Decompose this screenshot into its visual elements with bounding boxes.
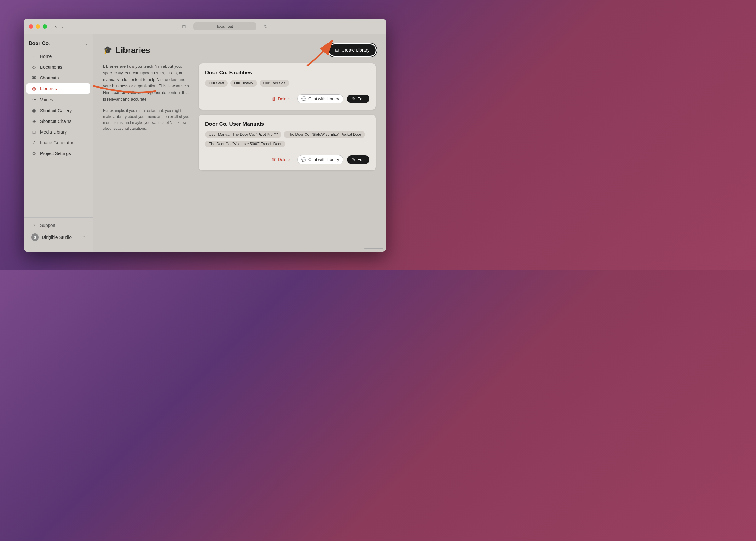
page-title: Libraries bbox=[116, 45, 150, 55]
image-generator-icon: ∕ bbox=[31, 140, 37, 145]
documents-icon: ◇ bbox=[31, 65, 37, 70]
chat-facilities-label: Chat with Library bbox=[308, 96, 339, 101]
workspace-expand-icon: ⌃ bbox=[82, 235, 85, 240]
voices-icon: 〜 bbox=[31, 97, 37, 102]
sidebar: Door Co. ⌄ ⌂ Home ◇ Documents ⌘ Shortcut… bbox=[24, 34, 93, 252]
edit-icon: ✎ bbox=[352, 96, 356, 101]
sidebar-item-home[interactable]: ⌂ Home bbox=[26, 51, 90, 61]
traffic-lights bbox=[29, 24, 47, 29]
edit-user-manuals-label: Edit bbox=[358, 157, 364, 162]
sidebar-item-project-settings[interactable]: ⚙ Project Settings bbox=[26, 148, 90, 159]
delete-icon: 🗑 bbox=[272, 96, 276, 101]
main-description: Libraries are how you teach Nim about yo… bbox=[103, 63, 191, 103]
chat-facilities-button[interactable]: 💬 Chat with Library bbox=[297, 94, 343, 103]
refresh-icon[interactable]: ↻ bbox=[264, 24, 268, 29]
edit-user-manuals-button[interactable]: ✎ Edit bbox=[347, 155, 369, 164]
minimize-button[interactable] bbox=[36, 24, 40, 29]
support-label: Support bbox=[40, 223, 55, 228]
delete-facilities-button[interactable]: 🗑 Delete bbox=[268, 95, 294, 103]
workspace-header[interactable]: Door Co. ⌄ bbox=[24, 39, 93, 51]
create-library-button[interactable]: ⊞ Create Library bbox=[329, 44, 376, 56]
close-button[interactable] bbox=[29, 24, 33, 29]
library-tags-facilities: Our Staff Our History Our Facilities bbox=[205, 80, 369, 87]
tag-vueluxe: The Door Co. "VueLuxe 5000" French Door bbox=[205, 141, 285, 148]
create-button-label: Create Library bbox=[341, 48, 369, 53]
workspace-left: S Dirigible Studio bbox=[31, 234, 72, 241]
back-button[interactable]: ‹ bbox=[53, 23, 59, 30]
workspace-chevron-icon: ⌄ bbox=[85, 41, 88, 46]
tag-slidewise: The Door Co. "SlideWise Elite" Pocket Do… bbox=[284, 131, 365, 138]
sidebar-item-shortcut-chains-label: Shortcut Chains bbox=[40, 119, 72, 124]
sidebar-item-shortcut-chains[interactable]: ◈ Shortcut Chains bbox=[26, 116, 90, 126]
chat-icon-2: 💬 bbox=[301, 157, 306, 162]
library-card-user-manuals: Door Co. User Manuals User Manual: The D… bbox=[199, 115, 376, 171]
card-actions-facilities: 🗑 Delete 💬 Chat with Library ✎ Edit bbox=[205, 92, 369, 103]
media-library-icon: □ bbox=[31, 130, 37, 135]
url-bar: ⊡ localhost ↻ bbox=[69, 22, 381, 30]
app-window: ‹ › ⊡ localhost ↻ Door Co. ⌄ ⌂ Home bbox=[24, 19, 386, 252]
edit-facilities-button[interactable]: ✎ Edit bbox=[347, 95, 369, 103]
delete-icon-2: 🗑 bbox=[272, 157, 276, 162]
tag-our-facilities: Our Facilities bbox=[259, 80, 289, 87]
library-card-title-facilities: Door Co. Facilities bbox=[205, 70, 369, 76]
shortcut-chains-icon: ◈ bbox=[31, 119, 37, 124]
fullscreen-button[interactable] bbox=[43, 24, 47, 29]
home-icon: ⌂ bbox=[31, 54, 37, 59]
sidebar-item-image-generator-label: Image Generator bbox=[40, 140, 73, 145]
shortcuts-icon: ⌘ bbox=[31, 75, 37, 80]
example-description: For example, if you run a restaurant, yo… bbox=[103, 108, 191, 132]
sidebar-item-shortcut-gallery-label: Shortcut Gallery bbox=[40, 108, 72, 113]
sidebar-item-shortcuts-label: Shortcuts bbox=[40, 75, 59, 80]
chat-icon: 💬 bbox=[301, 96, 306, 101]
libraries-panel: Door Co. Facilities Our Staff Our Histor… bbox=[199, 63, 376, 171]
sidebar-item-voices-label: Voices bbox=[40, 97, 53, 102]
sidebar-item-libraries-label: Libraries bbox=[40, 86, 57, 91]
titlebar: ‹ › ⊡ localhost ↻ bbox=[24, 19, 386, 34]
create-icon: ⊞ bbox=[335, 48, 339, 53]
sidebar-item-shortcut-gallery[interactable]: ◉ Shortcut Gallery bbox=[26, 106, 90, 116]
libraries-icon: ◎ bbox=[31, 86, 37, 91]
page-header: 🎓 Libraries ⊞ Create Library bbox=[103, 44, 376, 56]
delete-user-manuals-label: Delete bbox=[278, 157, 290, 162]
library-card-title-user-manuals: Door Co. User Manuals bbox=[205, 121, 369, 127]
scrollbar[interactable] bbox=[364, 248, 383, 249]
sidebar-item-voices[interactable]: 〜 Voices bbox=[26, 94, 90, 105]
share-icon: ⊡ bbox=[182, 24, 186, 29]
tag-our-staff: Our Staff bbox=[205, 80, 228, 87]
sidebar-bottom: ? Support S Dirigible Studio ⌃ bbox=[24, 218, 93, 247]
project-settings-icon: ⚙ bbox=[31, 151, 37, 156]
tag-pivot-pro: User Manual: The Door Co. "Pivot Pro X" bbox=[205, 131, 281, 138]
workspace-name: Dirigible Studio bbox=[42, 235, 72, 240]
sidebar-item-media-library-label: Media Library bbox=[40, 130, 67, 135]
library-tags-user-manuals: User Manual: The Door Co. "Pivot Pro X" … bbox=[205, 131, 369, 148]
sidebar-item-home-label: Home bbox=[40, 54, 52, 59]
card-actions-user-manuals: 🗑 Delete 💬 Chat with Library ✎ Edit bbox=[205, 153, 369, 164]
shortcut-gallery-icon: ◉ bbox=[31, 108, 37, 113]
sidebar-item-shortcuts[interactable]: ⌘ Shortcuts bbox=[26, 73, 90, 83]
avatar: S bbox=[31, 234, 39, 241]
edit-facilities-label: Edit bbox=[358, 96, 364, 101]
sidebar-item-documents[interactable]: ◇ Documents bbox=[26, 62, 90, 72]
sidebar-item-documents-label: Documents bbox=[40, 65, 62, 70]
sidebar-item-image-generator[interactable]: ∕ Image Generator bbox=[26, 138, 90, 148]
delete-user-manuals-button[interactable]: 🗑 Delete bbox=[268, 155, 294, 164]
content-area: Libraries are how you teach Nim about yo… bbox=[103, 63, 376, 171]
library-card-facilities: Door Co. Facilities Our Staff Our Histor… bbox=[199, 63, 376, 110]
sidebar-item-support[interactable]: ? Support bbox=[26, 220, 90, 230]
chat-user-manuals-button[interactable]: 💬 Chat with Library bbox=[297, 155, 343, 164]
description-panel: Libraries are how you teach Nim about yo… bbox=[103, 63, 191, 171]
edit-icon-2: ✎ bbox=[352, 157, 356, 162]
workspace-switcher[interactable]: S Dirigible Studio ⌃ bbox=[26, 230, 90, 244]
tag-our-history: Our History bbox=[230, 80, 257, 87]
sidebar-item-libraries[interactable]: ◎ Libraries bbox=[26, 84, 90, 94]
sidebar-item-project-settings-label: Project Settings bbox=[40, 151, 71, 156]
url-display[interactable]: localhost bbox=[193, 22, 256, 30]
app-body: Door Co. ⌄ ⌂ Home ◇ Documents ⌘ Shortcut… bbox=[24, 34, 386, 252]
sidebar-item-media-library[interactable]: □ Media Library bbox=[26, 127, 90, 137]
libraries-page-icon: 🎓 bbox=[103, 46, 113, 55]
workspace-title: Door Co. bbox=[29, 41, 50, 46]
chat-user-manuals-label: Chat with Library bbox=[308, 157, 339, 162]
forward-button[interactable]: › bbox=[60, 23, 65, 30]
main-content: 🎓 Libraries ⊞ Create Library Libraries a… bbox=[93, 34, 386, 252]
delete-facilities-label: Delete bbox=[278, 96, 290, 101]
